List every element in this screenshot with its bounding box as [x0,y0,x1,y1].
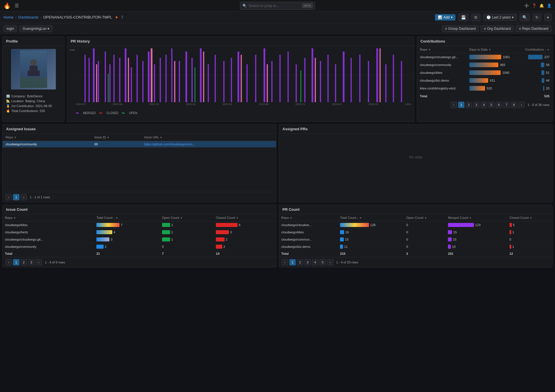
contrib-prev-btn[interactable]: ‹ [451,102,457,108]
add-chevron: ▾ [451,15,453,19]
svg-rect-2 [20,77,47,88]
ic-repo-1: cloudwego/kitex [3,221,94,229]
contrib-count-cell: 237 [519,53,552,61]
contrib-page-4[interactable]: 4 [481,102,487,108]
plus-icon[interactable]: ➕ [524,3,529,8]
pc-next-btn[interactable]: › [327,259,333,265]
contrib-repo-cell: cloudwego/cloudwego.git... [417,53,466,61]
table-row: cloudwego/biz-demo 11 0 10 [279,243,552,250]
contrib-days-cell: 631 [466,77,519,85]
contrib-page-5[interactable]: 5 [488,102,495,108]
contrib-repo-header: Repo ▼ [417,46,466,53]
pc-page-5[interactable]: 5 [319,259,326,265]
row3: Issue Count Repo ▼ Total Count ↓ ▼ [2,205,553,268]
question-icon[interactable]: ❓ [532,3,536,8]
pc-total-3: 15 [338,236,404,243]
issue-count-header: Issue Count [3,205,276,214]
contrib-count-cell: 44 [519,77,552,85]
contrib-page-2[interactable]: 2 [466,102,472,108]
days-filter-icon[interactable]: ▼ [488,48,491,51]
table-row: cloudwego/cloudwe... 128 0 123 [279,221,552,229]
pc-page-3[interactable]: 3 [304,259,311,265]
add-button[interactable]: 📊 Add ▾ [435,14,455,21]
login-button[interactable]: login [3,25,17,32]
pc-merged-header: Merged Count ▼ [446,214,507,221]
pr-history-header: PR History [67,37,414,46]
ic-open-3: 1 [160,236,214,243]
breadcrumb-sep1: › [15,15,16,19]
time-range-selector[interactable]: 🕐 Last 2 years ▾ [483,14,517,21]
favorite-icon[interactable]: ★ [115,15,118,19]
settings-icon[interactable]: ⚙ [471,14,480,21]
more-options-icon[interactable]: ▾ [544,14,552,21]
user-avatar[interactable]: 👤 [547,3,552,8]
contributions-table: Repo ▼ Days to Date ▼ Contributions ↓ ▼ [417,46,552,99]
pc-merged-2: 15 [446,229,507,236]
ic-page-3[interactable]: 3 [28,259,34,265]
repo-dashboard-button[interactable]: ≡ Repo Dashboard [516,25,552,32]
pc-repo-3: cloudwego/commun... [279,236,338,243]
contrib-page-1[interactable]: 1 [458,102,464,108]
ic-total-label: Total [3,250,94,257]
contrib-filter-icon[interactable]: ▼ [547,48,550,51]
zoom-out-icon[interactable]: 🔍 [520,14,530,21]
ic-open-header: Open Count ▼ [160,214,214,221]
pc-merged-4: 10 [446,243,507,250]
pc-page-4[interactable]: 4 [312,259,318,265]
breadcrumb-home[interactable]: Home [3,15,14,19]
repo-filter-icon[interactable]: ▼ [428,48,431,51]
share-icon[interactable]: ⤴ [121,15,123,19]
pc-closed-2: 1 [507,229,552,236]
contrib-page-8[interactable]: 8 [511,102,517,108]
bell-icon[interactable]: 🔔 [539,3,544,8]
ic-page-2[interactable]: 2 [21,259,27,265]
first-contrib-info: 🥇 1st Contribution: 2021-08-05 [6,104,61,108]
pc-page-1[interactable]: 1 [289,259,296,265]
pc-prev-btn[interactable]: ‹ [282,259,288,265]
assigned-issues-panel: Assigned Issues Repo ▼ Issue ID ▼ Issu [2,124,276,202]
ic-page-1[interactable]: 1 [13,259,19,265]
pc-open-2: 0 [404,229,446,236]
issues-prev-btn[interactable]: ‹ [5,194,12,200]
pc-total-total: 215 [338,250,404,257]
assigned-issues-pagination: ‹ 1 › 1 - 1 of 1 rows [3,192,276,202]
contrib-page-6[interactable]: 6 [496,102,502,108]
user-dropdown[interactable]: GuangmingLuo ▾ [19,25,52,32]
hamburger-icon[interactable]: ☰ [15,3,19,8]
contrib-next-btn[interactable]: › [518,102,525,108]
contrib-page-7[interactable]: 7 [503,102,510,108]
chart-content: 2022-07 2022-09 2022-12 2023-02 2023-04 … [76,48,412,106]
issue-url-cell[interactable]: https://github.com/cloudwego/com... [141,141,276,148]
ic-repo-header: Repo ▼ [3,214,94,221]
x-axis-labels: 2022-07 2022-09 2022-12 2023-02 2023-04 … [76,102,412,106]
pr-count-pagination: ‹ 1 2 3 4 5 › 1 - 4 of 20 rows [279,257,552,267]
issue-count-pagination: ‹ 1 2 3 › 1 - 4 of 9 rows [3,257,276,267]
breadcrumb-dashboards[interactable]: Dashboards [18,15,38,19]
ic-prev-btn[interactable]: ‹ [5,259,12,265]
contributions-pagination: ‹ 1 2 3 4 5 6 7 8 › 1 - 5 of 36 rows [417,99,552,110]
ic-closed-1: 6 [214,221,276,229]
time-chevron: ▾ [512,15,514,19]
ic-total-header: Total Count ↓ ▼ [94,214,160,221]
pc-total-2: 16 [338,229,404,236]
app-logo: 🔥 [3,2,11,9]
ic-repo-4: cloudwego/community [3,243,94,250]
company-value: ByteDance [27,94,43,98]
refresh-icon[interactable]: ↻ [533,14,541,21]
table-row: cloudwego/community 965 58 [417,61,552,69]
total-contrib-value: 535 [40,109,45,113]
issues-next-btn[interactable]: › [21,194,27,200]
group-dashboard-button[interactable]: ≡ Group Dashboard [442,25,479,32]
contrib-page-3[interactable]: 3 [473,102,479,108]
ic-total-2: 4 [94,229,160,236]
search-bar[interactable]: 🔍 Search or jump to... ctrl+k [240,2,315,10]
breadcrumb-bar: Home › Dashboards › OPENANALYSIS-CONTRIB… [0,12,555,23]
pr-count-table: Repo ▼ Total Count ↓ ▼ Open Count ▼ [279,214,552,257]
org-dashboard-button[interactable]: ≡ Org Dashboard [481,25,514,32]
pc-total-open: 2 [404,250,446,257]
save-icon[interactable]: 💾 [458,14,468,21]
ic-next-btn[interactable]: › [36,259,42,265]
dashboard-tabs: ≡ Group Dashboard ≡ Org Dashboard ≡ Repo… [442,25,552,32]
pc-page-2[interactable]: 2 [297,259,303,265]
issues-page-1[interactable]: 1 [13,194,19,200]
